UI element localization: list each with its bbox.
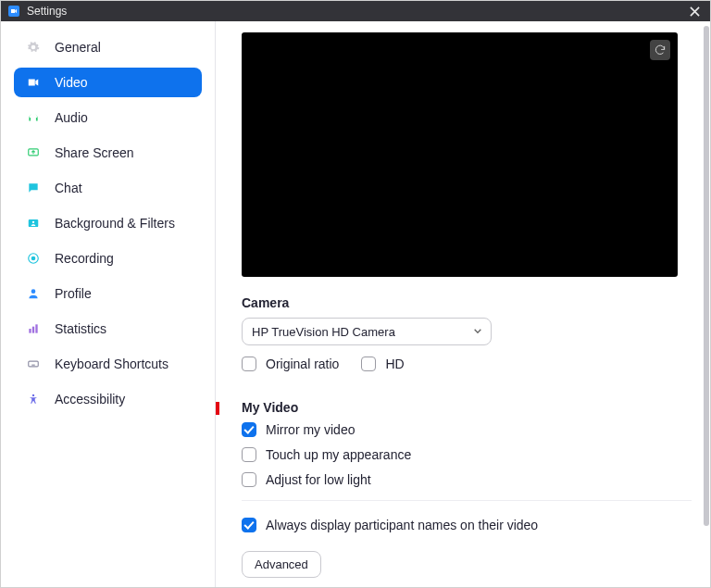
checkbox-icon (242, 518, 256, 532)
camera-select-value: HP TrueVision HD Camera (252, 325, 395, 339)
checkbox-icon (242, 357, 256, 371)
svg-marker-11 (216, 395, 219, 421)
window-title: Settings (27, 5, 67, 18)
sidebar-item-background-filters[interactable]: Background & Filters (14, 208, 202, 238)
bg-icon (23, 213, 44, 233)
sidebar-item-video[interactable]: Video (14, 68, 202, 97)
display-names-checkbox[interactable]: Always display participant names on thei… (242, 518, 690, 532)
sidebar-item-label: Statistics (55, 321, 106, 336)
sidebar-item-statistics[interactable]: Statistics (14, 314, 202, 344)
checkbox-icon (242, 447, 256, 462)
sidebar-item-label: Profile (55, 286, 92, 301)
svg-rect-6 (29, 329, 31, 333)
sidebar-item-label: Accessibility (55, 392, 125, 407)
svg-rect-8 (35, 324, 37, 332)
sidebar-item-audio[interactable]: Audio (14, 103, 202, 132)
chevron-down-icon (473, 325, 482, 339)
checkbox-icon (361, 357, 376, 371)
kbd-icon (23, 354, 44, 374)
hd-checkbox[interactable]: HD (361, 357, 404, 371)
mirror-video-checkbox[interactable]: Mirror my video (242, 422, 690, 437)
access-icon (23, 389, 44, 409)
gear-icon (23, 37, 44, 57)
scrollbar-thumb[interactable] (704, 26, 709, 526)
annotation-arrow-icon (216, 390, 219, 427)
checkbox-icon (242, 422, 256, 437)
svg-point-4 (31, 256, 36, 261)
low-light-checkbox[interactable]: Adjust for low light (242, 472, 690, 487)
camera-select[interactable]: HP TrueVision HD Camera (242, 318, 492, 345)
display-names-label: Always display participant names on thei… (266, 518, 538, 532)
low-light-label: Adjust for low light (266, 472, 371, 487)
svg-rect-9 (29, 361, 39, 367)
hd-label: HD (385, 357, 404, 371)
mirror-video-label: Mirror my video (266, 422, 355, 437)
rotate-button[interactable] (650, 40, 670, 60)
content-pane: Camera HP TrueVision HD Camera Original … (216, 21, 710, 587)
divider (242, 500, 692, 501)
original-ratio-label: Original ratio (266, 357, 339, 371)
close-icon[interactable] (686, 3, 703, 19)
svg-rect-7 (32, 327, 34, 333)
original-ratio-checkbox[interactable]: Original ratio (242, 357, 339, 371)
my-video-heading: My Video (242, 400, 690, 415)
headset-icon (23, 107, 44, 128)
sidebar-item-label: Chat (55, 181, 82, 195)
advanced-button[interactable]: Advanced (242, 551, 321, 578)
touch-up-label: Touch up my appearance (266, 447, 411, 462)
sidebar-item-label: Audio (55, 110, 88, 125)
sidebar-item-profile[interactable]: Profile (14, 279, 202, 308)
sidebar-item-label: General (55, 40, 101, 55)
sidebar-item-label: Video (55, 75, 88, 90)
title-bar: Settings (1, 1, 710, 21)
sidebar-item-chat[interactable]: Chat (14, 173, 202, 203)
sidebar-item-general[interactable]: General (14, 32, 202, 62)
app-icon (8, 6, 19, 17)
touch-up-checkbox[interactable]: Touch up my appearance (242, 447, 690, 462)
screen-icon (23, 143, 44, 163)
sidebar-item-label: Background & Filters (55, 216, 175, 231)
sidebar-item-keyboard-shortcuts[interactable]: Keyboard Shortcuts (14, 349, 202, 379)
sidebar: GeneralVideoAudioShare ScreenChatBackgro… (1, 21, 216, 587)
video-preview (242, 32, 678, 277)
chat-icon (23, 178, 44, 198)
sidebar-item-share-screen[interactable]: Share Screen (14, 138, 202, 168)
scrollbar[interactable] (703, 22, 709, 586)
video-icon (23, 72, 44, 93)
sidebar-item-label: Share Screen (55, 145, 134, 160)
sidebar-item-accessibility[interactable]: Accessibility (14, 384, 202, 414)
rec-icon (23, 248, 44, 269)
profile-icon (23, 283, 44, 304)
sidebar-item-label: Keyboard Shortcuts (55, 357, 168, 371)
stats-icon (23, 319, 44, 339)
sidebar-item-label: Recording (55, 251, 114, 266)
svg-point-5 (31, 289, 36, 294)
sidebar-item-recording[interactable]: Recording (14, 244, 202, 273)
svg-point-2 (32, 221, 34, 223)
camera-heading: Camera (242, 295, 690, 310)
checkbox-icon (242, 472, 256, 487)
svg-point-10 (32, 394, 34, 396)
